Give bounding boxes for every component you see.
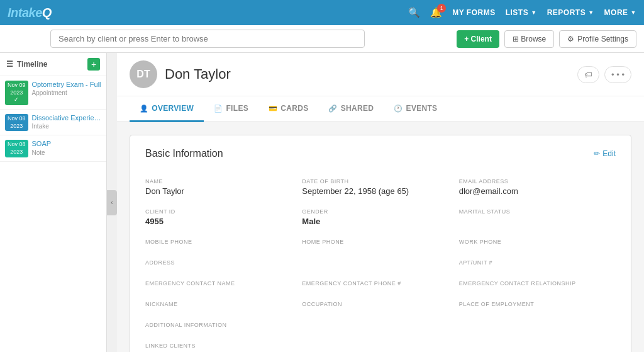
- my-forms-link[interactable]: MY FORMS: [452, 8, 495, 17]
- list-item[interactable]: Nov 08 2023 Dissociative Experiences Sca…: [0, 110, 106, 135]
- notification-badge: 1: [437, 4, 446, 13]
- additional-label: ADDITIONAL INFORMATION: [145, 322, 616, 328]
- nav-right: 🔍 🔔 1 MY FORMS LISTS ▼ REPORTS ▼ MORE ▼: [408, 7, 636, 18]
- timeline-item-sub: Note: [32, 149, 101, 156]
- linked-clients-section: LINKED CLIENTS + add linked client: [145, 343, 616, 352]
- email-label: EMAIL ADDRESS: [459, 178, 616, 185]
- name-field: NAME Don Taylor: [145, 172, 302, 202]
- section-title: Basic Information: [145, 148, 223, 159]
- edit-icon: ✏: [594, 149, 600, 158]
- additional-field: ADDITIONAL INFORMATION: [145, 315, 616, 336]
- main-layout: ☰ Timeline + Nov 09 2023 ✓ Optometry Exa…: [0, 53, 644, 352]
- emergency-phone-label: EMERGENCY CONTACT PHONE #: [302, 280, 458, 287]
- home-field: HOME PHONE: [302, 232, 458, 253]
- nickname-field: NICKNAME: [145, 295, 302, 315]
- dob-value: September 22, 1958 (age 65): [302, 186, 458, 196]
- browse-button[interactable]: ⊞ Browse: [504, 30, 554, 48]
- tab-events[interactable]: 🕐 EVENTS: [384, 96, 447, 122]
- emergency-name-label: EMERGENCY CONTACT NAME: [145, 280, 302, 287]
- client-id-value: 4955: [145, 217, 302, 226]
- tab-files[interactable]: 📄 FILES: [204, 96, 258, 122]
- add-client-button[interactable]: + Client: [457, 30, 499, 48]
- sidebar-collapse-button[interactable]: ‹: [107, 190, 117, 215]
- linked-label: LINKED CLIENTS: [145, 343, 616, 349]
- more-link[interactable]: MORE ▼: [604, 8, 636, 17]
- sidebar-wrapper: ☰ Timeline + Nov 09 2023 ✓ Optometry Exa…: [0, 53, 117, 352]
- apt-field: APT/UNIT #: [459, 253, 616, 274]
- employment-field: PLACE OF EMPLOYMENT: [459, 295, 616, 315]
- emergency-rel-label: EMERGENCY CONTACT RELATIONSHIP: [459, 280, 616, 287]
- search-bar: + Client ⊞ Browse ⚙ Profile Settings: [0, 25, 644, 53]
- top-nav: IntakeQ 🔍 🔔 1 MY FORMS LISTS ▼ REPORTS ▼…: [0, 0, 644, 25]
- profile-settings-button[interactable]: ⚙ Profile Settings: [559, 30, 636, 48]
- address-label: ADDRESS: [145, 259, 302, 266]
- list-item[interactable]: Nov 08 2023 SOAP Note: [0, 135, 106, 161]
- emergency-name-field: EMERGENCY CONTACT NAME: [145, 274, 302, 295]
- sidebar-add-button[interactable]: +: [87, 58, 100, 71]
- timeline-item-title: Optometry Exam - Full: [32, 80, 101, 89]
- client-name: Don Taylor: [165, 66, 231, 82]
- timeline-item-title: SOAP: [32, 139, 101, 148]
- section-header: Basic Information ✏ Edit: [145, 148, 616, 159]
- timeline-date-2: Nov 08 2023: [5, 114, 28, 131]
- notification-bell-btn[interactable]: 🔔 1: [430, 7, 442, 18]
- timeline-content-2: Dissociative Experiences Scale (DES-II) …: [32, 113, 101, 130]
- name-label: NAME: [145, 178, 302, 185]
- gender-label: GENDER: [302, 208, 458, 215]
- client-header-actions: 🏷 • • •: [577, 66, 631, 83]
- marital-field: MARITAL STATUS: [459, 202, 616, 232]
- reports-caret: ▼: [588, 9, 594, 16]
- client-header: DT Don Taylor 🏷 • • •: [117, 53, 644, 96]
- timeline-date-1: Nov 09 2023 ✓: [5, 81, 28, 105]
- employment-label: PLACE OF EMPLOYMENT: [459, 301, 616, 307]
- tab-cards[interactable]: 💳 CARDS: [258, 96, 318, 122]
- apt-label: APT/UNIT #: [459, 259, 616, 266]
- lists-caret: ▼: [531, 9, 536, 16]
- search-input[interactable]: [50, 30, 365, 48]
- timeline-item-sub: Appointment: [32, 89, 101, 96]
- events-icon: 🕐: [394, 105, 402, 113]
- edit-button[interactable]: ✏ Edit: [594, 149, 616, 158]
- gender-value: Male: [302, 217, 458, 226]
- search-bar-actions: + Client ⊞ Browse ⚙ Profile Settings: [457, 30, 636, 48]
- email-field: EMAIL ADDRESS dlor@email.com: [459, 172, 616, 202]
- mobile-field: MOBILE PHONE: [145, 232, 302, 253]
- email-value: dlor@email.com: [459, 186, 616, 196]
- dob-label: DATE OF BIRTH: [302, 178, 458, 185]
- info-grid: NAME Don Taylor DATE OF BIRTH September …: [145, 172, 616, 336]
- emergency-rel-field: EMERGENCY CONTACT RELATIONSHIP: [459, 274, 616, 295]
- reports-link[interactable]: REPORTS ▼: [547, 8, 594, 17]
- client-id-label: CLIENT ID: [145, 208, 302, 215]
- sidebar-title-wrap: ☰ Timeline: [6, 60, 47, 69]
- search-icon-btn[interactable]: 🔍: [408, 7, 420, 18]
- timeline-item-title: Dissociative Experiences Scale (DES-II): [32, 113, 101, 122]
- logo: IntakeQ: [8, 6, 52, 20]
- search-input-wrap: [50, 30, 365, 48]
- more-actions-button[interactable]: • • •: [604, 66, 631, 83]
- timeline-date-3: Nov 08 2023: [5, 140, 28, 157]
- tag-button[interactable]: 🏷: [577, 66, 599, 83]
- files-icon: 📄: [214, 105, 223, 113]
- marital-label: MARITAL STATUS: [459, 208, 616, 215]
- work-label: WORK PHONE: [459, 239, 616, 245]
- dob-field: DATE OF BIRTH September 22, 1958 (age 65…: [302, 172, 458, 202]
- timeline-content-3: SOAP Note: [32, 139, 101, 156]
- tab-overview[interactable]: 👤 OVERVIEW: [130, 96, 204, 122]
- avatar: DT: [130, 60, 157, 88]
- tab-shared[interactable]: 🔗 SHARED: [318, 96, 384, 122]
- nickname-label: NICKNAME: [145, 301, 302, 307]
- mobile-label: MOBILE PHONE: [145, 239, 302, 245]
- client-left: DT Don Taylor: [130, 60, 231, 88]
- timeline-items: Nov 09 2023 ✓ Optometry Exam - Full Appo…: [0, 76, 106, 352]
- gender-field: GENDER Male: [302, 202, 458, 232]
- overview-icon: 👤: [140, 105, 148, 113]
- lists-link[interactable]: LISTS ▼: [506, 8, 537, 17]
- tabs: 👤 OVERVIEW 📄 FILES 💳 CARDS 🔗 SHARED 🕐 EV…: [117, 96, 644, 122]
- timeline-item-sub: Intake: [32, 123, 101, 130]
- more-caret: ▼: [631, 9, 636, 16]
- occupation-field: OCCUPATION: [302, 295, 458, 315]
- shared-icon: 🔗: [328, 105, 337, 113]
- work-field: WORK PHONE: [459, 232, 616, 253]
- cards-icon: 💳: [269, 105, 277, 113]
- list-item[interactable]: Nov 09 2023 ✓ Optometry Exam - Full Appo…: [0, 76, 106, 110]
